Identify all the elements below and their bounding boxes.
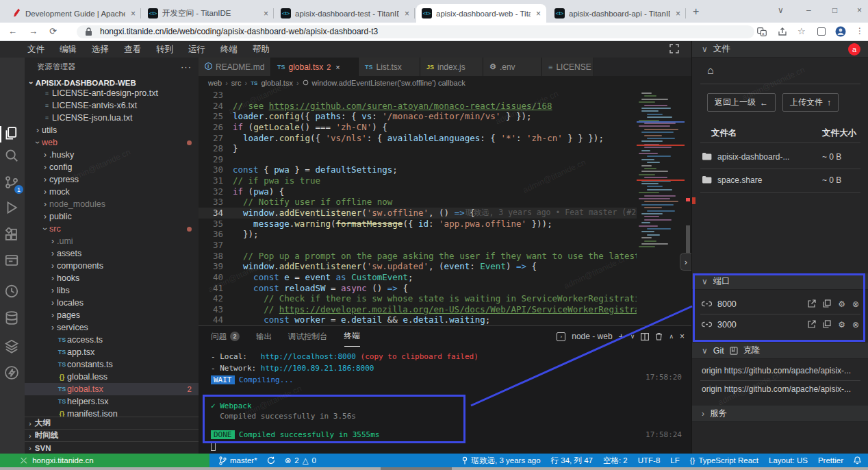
window-minimize-icon[interactable]: – <box>806 5 811 15</box>
tree-item-web[interactable]: ›web <box>25 136 199 149</box>
editor-tab-global.tsx[interactable]: TSglobal.tsx2× <box>271 58 359 76</box>
panel-tab-问题[interactable]: 问题2 <box>211 326 240 347</box>
tree-item-components[interactable]: ›components <box>25 260 199 272</box>
tab-close-icon[interactable]: × <box>674 9 680 18</box>
menu-item-编辑[interactable]: 编辑 <box>60 44 77 55</box>
minimap[interactable] <box>637 90 685 325</box>
window-maximize-icon[interactable]: □ <box>832 5 837 15</box>
layout-setting[interactable]: Layout: US <box>769 456 808 465</box>
tree-item-LICENSE-antvis-x6.txt[interactable]: ≡LICENSE-antvis-x6.txt <box>25 99 199 112</box>
cursor-position[interactable]: 行 34, 列 47 <box>551 456 593 466</box>
tree-item-pages[interactable]: ›pages <box>25 309 199 321</box>
menu-item-文件[interactable]: 文件 <box>27 44 44 55</box>
editor-tab-index.js[interactable]: JSindex.js <box>420 58 483 76</box>
breadcrumb-item[interactable]: web <box>208 79 222 87</box>
browser-tab[interactable]: <t>apisix-dashboard-test - TitanID× <box>275 4 415 23</box>
profile-avatar[interactable] <box>835 26 846 37</box>
database-icon[interactable] <box>4 310 21 327</box>
editor-scrollbar[interactable] <box>685 90 691 325</box>
panel-tab-输出[interactable]: 输出 <box>256 326 272 347</box>
menu-item-查看[interactable]: 查看 <box>124 44 141 55</box>
tree-item-constants.ts[interactable]: TSconstants.ts <box>25 358 199 371</box>
back-parent-button[interactable]: 返回上一级← <box>707 93 776 112</box>
tree-item-global.tsx[interactable]: TSglobal.tsx2 <box>25 383 199 395</box>
encoding-setting[interactable]: UTF-8 <box>638 456 661 465</box>
home-icon[interactable]: ⌂ <box>707 64 714 77</box>
indent-setting[interactable]: 空格: 2 <box>603 456 628 466</box>
tree-item-src[interactable]: ›src <box>25 223 199 235</box>
close-port-icon[interactable]: ⊗ <box>852 320 859 330</box>
browser-tab[interactable]: <t>apisix-dashboard-web - TitanI× <box>416 4 546 23</box>
run-profile-icon[interactable] <box>4 284 21 300</box>
window-dropdown-icon[interactable]: ∨ <box>778 5 784 15</box>
gear-icon[interactable]: ⚙ <box>838 320 845 330</box>
formatter-setting[interactable]: Prettier <box>818 456 843 465</box>
window-close-icon[interactable]: × <box>857 5 862 15</box>
files-section-header[interactable]: ∨ 文件 a <box>692 41 868 58</box>
forward-icon[interactable]: → <box>29 26 38 36</box>
editor-tab-.env[interactable]: ⚙.env <box>483 58 542 76</box>
copy-icon[interactable] <box>823 299 831 310</box>
editor-tab-LICENSE[interactable]: ≡LICENSE <box>542 58 594 76</box>
menu-item-选择[interactable]: 选择 <box>92 44 109 55</box>
breadcrumb-item[interactable]: window.addEventListener('sw.offline') ca… <box>312 79 465 87</box>
translate-icon[interactable]: a <box>757 27 767 36</box>
tree-item-access.ts[interactable]: TSaccess.ts <box>25 334 199 346</box>
sidepanel-icon[interactable] <box>817 27 826 36</box>
git-clone-button[interactable]: 克隆 <box>743 345 761 356</box>
tree-item-LICENSE-ant-design-pro.txt[interactable]: ≡LICENSE-ant-design-pro.txt <box>25 87 199 99</box>
tree-item-public[interactable]: ›public <box>25 210 199 223</box>
url-text[interactable]: hongxi.titanide.cn/ide/web/coding/apisix… <box>100 27 378 36</box>
new-tab-button[interactable]: + <box>693 5 699 18</box>
panel-tab-终端[interactable]: 终端 <box>344 326 360 347</box>
fullscreen-icon[interactable] <box>669 44 679 53</box>
tab-close-icon[interactable]: × <box>262 9 268 18</box>
tree-item-utils[interactable]: ›utils <box>25 124 199 136</box>
tab-close-icon[interactable]: × <box>403 9 409 18</box>
menu-item-帮助[interactable]: 帮助 <box>253 44 270 55</box>
editor-tab-README.md[interactable]: iREADME.md <box>199 58 271 76</box>
tree-item-LICENSE-json.lua.txt[interactable]: ≡LICENSE-json.lua.txt <box>25 112 199 124</box>
port-row-3000[interactable]: 3000⚙⊗ <box>702 317 859 333</box>
open-external-icon[interactable] <box>808 320 816 330</box>
explorer-actions-icon[interactable]: ··· <box>181 62 192 72</box>
sidebar-section-SVN[interactable]: ›SVN <box>25 441 199 454</box>
git-remote-row[interactable]: origin https://github.com/apache/apisix-… <box>702 384 860 394</box>
run-debug-icon[interactable] <box>4 200 21 217</box>
open-external-icon[interactable] <box>808 299 816 310</box>
terminal-output[interactable]: - Local: http://localhost:8000 (copy to … <box>199 347 691 454</box>
layers-icon[interactable] <box>4 338 21 355</box>
language-mode[interactable]: {} TypeScript React <box>690 456 758 465</box>
back-icon[interactable]: ← <box>8 26 17 36</box>
browser-tab[interactable]: <t>apisix-dashboard-api - TitanID× <box>549 4 686 23</box>
git-remote-row[interactable]: origin https://github.com/apache/apisix-… <box>702 366 860 375</box>
eol-setting[interactable]: LF <box>670 456 679 465</box>
browser-tab[interactable]: <t>开发空间 - TitanIDE× <box>142 4 274 23</box>
editor-tab-List.tsx[interactable]: TSList.tsx <box>359 58 420 76</box>
tree-item-config[interactable]: ›config <box>25 161 199 173</box>
share-icon[interactable] <box>778 27 787 36</box>
tree-item-assets[interactable]: ›assets <box>25 247 199 260</box>
remote-file-row[interactable]: space.share~ 0 B <box>702 171 859 189</box>
tree-item-helpers.tsx[interactable]: TShelpers.tsx <box>25 395 199 408</box>
menu-item-运行[interactable]: 运行 <box>188 44 205 55</box>
browser-tab[interactable]: Development Guide | Apache× <box>7 4 141 23</box>
lightning-icon[interactable] <box>4 365 21 382</box>
browser-menu-icon[interactable]: ⋮ <box>856 26 864 36</box>
terminal-dropdown-icon[interactable]: ∨ <box>630 333 635 340</box>
terminal-process-label[interactable]: node - web <box>572 332 612 341</box>
upload-file-button[interactable]: 上传文件↑ <box>782 93 839 112</box>
remote-file-row[interactable]: apisix-dashboard-...~ 0 B <box>702 148 859 166</box>
bell-icon[interactable] <box>854 456 861 465</box>
sidebar-section-大纲[interactable]: ›大纲 <box>25 417 199 429</box>
new-terminal-icon[interactable]: + <box>619 331 624 342</box>
close-panel-icon[interactable]: × <box>680 332 685 341</box>
breadcrumb[interactable]: web›src›TSglobal.tsx›window.addEventList… <box>199 76 691 90</box>
scrollbar-thumb[interactable] <box>686 225 690 254</box>
tab-close-icon[interactable]: × <box>535 9 541 18</box>
gear-icon[interactable]: ⚙ <box>838 299 845 309</box>
tree-item-cypress[interactable]: ›cypress <box>25 173 199 186</box>
tree-item-node_modules[interactable]: ›node_modules <box>25 198 199 210</box>
blame-status[interactable]: 琚致远, 3 years ago <box>461 456 541 466</box>
menu-item-转到[interactable]: 转到 <box>156 44 173 55</box>
